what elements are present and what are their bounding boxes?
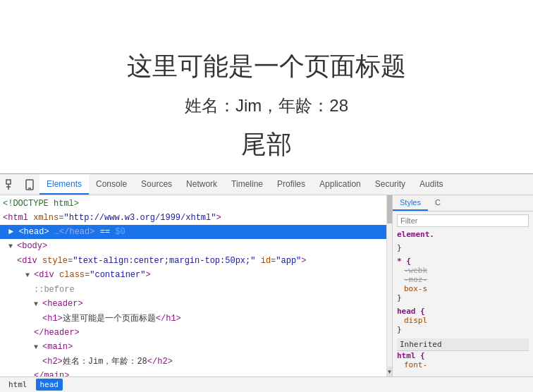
css-rule-element: element. xyxy=(397,230,529,239)
element-html[interactable]: <html xmlns="http://www.w3.org/1999/xhtm… xyxy=(0,211,386,225)
tab-profiles[interactable]: Profiles xyxy=(270,174,312,195)
tab-timeline[interactable]: Timeline xyxy=(224,174,270,195)
element-main-close[interactable]: </main> xyxy=(0,369,386,376)
css-rule-star: * { -webk -moz- box-s } xyxy=(397,257,529,302)
css-rule-html: html { font- xyxy=(397,351,529,369)
statusbar-html[interactable]: html xyxy=(4,379,32,391)
element-head[interactable]: ► <head> …</head> == $0 xyxy=(0,225,386,239)
tab-network[interactable]: Network xyxy=(179,174,224,195)
statusbar-head[interactable]: head xyxy=(36,379,63,391)
devtools-tabs: Elements Console Sources Network Timelin… xyxy=(39,174,450,195)
page-content: 这里可能是一个页面标题 姓名：Jim，年龄：28 尾部 xyxy=(0,35,533,176)
sidebar-tab-bar: Styles C xyxy=(393,195,533,212)
scrollbar-thumb[interactable] xyxy=(387,195,392,223)
sidebar-styles-content: element. } * { -webk -moz- box-s xyxy=(393,212,533,376)
sidebar-tab-styles[interactable]: Styles xyxy=(393,195,428,211)
element-header-close[interactable]: </header> xyxy=(0,326,386,340)
element-header[interactable]: ▼ <header> xyxy=(0,297,386,312)
elements-scrollbar[interactable]: ▼ xyxy=(386,195,392,376)
element-body[interactable]: ▼ <body> xyxy=(0,239,386,254)
styles-filter-input[interactable] xyxy=(397,214,529,227)
element-h2[interactable]: <h2>姓名：Jim，年龄：28</h2> xyxy=(0,355,386,369)
inherited-section[interactable]: Inherited xyxy=(397,338,529,351)
svg-rect-0 xyxy=(6,180,11,184)
page-title: 这里可能是一个页面标题 xyxy=(14,49,519,84)
tab-sources[interactable]: Sources xyxy=(134,174,179,195)
devtools-body: <!DOCTYPE html> <html xmlns="http://www.… xyxy=(0,195,533,376)
element-div-app[interactable]: <div style="text-align:center;margin-top… xyxy=(0,254,386,268)
devtools-statusbar: html head xyxy=(0,376,533,392)
inspect-icon[interactable] xyxy=(3,176,20,193)
element-h1-title[interactable]: <h1>这里可能是一个页面标题</h1> xyxy=(0,312,386,326)
element-before[interactable]: ::before xyxy=(0,283,386,297)
sidebar-tab-computed[interactable]: C xyxy=(428,195,448,211)
devtools-panel: Elements Console Sources Network Timelin… xyxy=(0,173,533,392)
element-div-container[interactable]: ▼ <div class="container"> xyxy=(0,268,386,283)
tab-elements[interactable]: Elements xyxy=(39,174,89,195)
tab-security[interactable]: Security xyxy=(368,174,412,195)
page-subtitle: 姓名：Jim，年龄：28 xyxy=(14,94,519,117)
element-main[interactable]: ▼ <main> xyxy=(0,340,386,355)
tab-console[interactable]: Console xyxy=(89,174,134,195)
devtools-toolbar: Elements Console Sources Network Timelin… xyxy=(0,174,533,195)
tab-application[interactable]: Application xyxy=(312,174,368,195)
tab-audits[interactable]: Audits xyxy=(412,174,450,195)
device-icon[interactable] xyxy=(21,176,38,193)
css-rule-close1: } xyxy=(397,243,529,252)
elements-panel[interactable]: <!DOCTYPE html> <html xmlns="http://www.… xyxy=(0,195,386,376)
styles-sidebar: Styles C element. } * { -webk xyxy=(392,195,533,376)
scrollbar-down[interactable]: ▼ xyxy=(387,367,392,376)
page-footer: 尾部 xyxy=(14,128,519,162)
element-doctype[interactable]: <!DOCTYPE html> xyxy=(0,197,386,211)
css-rule-head: head { displ } xyxy=(397,307,529,334)
